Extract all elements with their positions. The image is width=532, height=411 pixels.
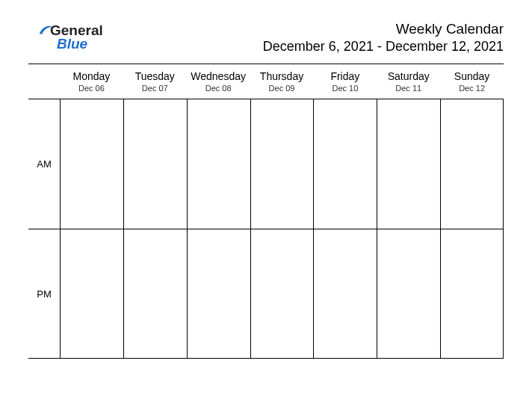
cells-col-wed (187, 99, 250, 359)
page-title: Weekly Calendar (263, 21, 504, 37)
cell-wed-pm (187, 229, 250, 359)
logo-text-blue: Blue (57, 36, 87, 52)
day-header-mon: Monday Dec 06 (60, 70, 123, 99)
cells-col-tue (123, 99, 187, 359)
day-date: Dec 08 (187, 84, 250, 93)
day-name: Sunday (440, 70, 504, 82)
day-header-fri: Friday Dec 10 (313, 70, 377, 99)
day-name: Friday (313, 70, 377, 82)
page-subtitle: December 6, 2021 - December 12, 2021 (263, 39, 504, 55)
day-headers: Monday Dec 06 Tuesday Dec 07 Wednesday D… (28, 70, 504, 99)
day-name: Monday (60, 70, 123, 82)
header: General Blue Weekly Calendar December 6,… (24, 21, 508, 55)
cell-sun-am (440, 99, 504, 229)
cells-col-sat (377, 99, 440, 359)
day-date: Dec 11 (377, 84, 440, 93)
day-date: Dec 10 (313, 84, 377, 93)
row-label-pm: PM (28, 229, 60, 359)
cell-thu-am (250, 99, 314, 229)
day-date: Dec 09 (250, 84, 314, 93)
cells-col-sun (440, 99, 504, 359)
row-label-spacer (28, 70, 60, 99)
cell-mon-am (60, 99, 123, 229)
cell-tue-pm (123, 229, 187, 359)
day-date: Dec 12 (440, 84, 504, 93)
cells-col-thu (250, 99, 314, 359)
cell-wed-am (187, 99, 250, 229)
cell-sun-pm (440, 229, 504, 359)
cells-col-mon (60, 99, 123, 359)
title-area: Weekly Calendar December 6, 2021 - Decem… (263, 21, 504, 55)
calendar: Monday Dec 06 Tuesday Dec 07 Wednesday D… (28, 70, 504, 359)
day-header-sat: Saturday Dec 11 (377, 70, 440, 99)
row-label-am: AM (28, 99, 60, 229)
day-header-sun: Sunday Dec 12 (440, 70, 504, 99)
cell-fri-pm (313, 229, 377, 359)
day-date: Dec 07 (123, 84, 187, 93)
cell-mon-pm (60, 229, 123, 359)
header-divider (28, 64, 504, 64)
day-date: Dec 06 (60, 84, 123, 93)
calendar-grid: AM PM (28, 99, 504, 359)
day-name: Thursday (250, 70, 314, 82)
day-header-thu: Thursday Dec 09 (250, 70, 314, 99)
cell-tue-am (123, 99, 187, 229)
day-name: Tuesday (123, 70, 187, 82)
day-header-wed: Wednesday Dec 08 (187, 70, 250, 99)
cell-sat-am (377, 99, 440, 229)
day-header-tue: Tuesday Dec 07 (123, 70, 187, 99)
day-name: Saturday (377, 70, 440, 82)
logo: General Blue (37, 22, 103, 52)
cell-fri-am (313, 99, 377, 229)
cell-sat-pm (377, 229, 440, 359)
cells-col-fri (313, 99, 377, 359)
row-labels: AM PM (28, 99, 60, 359)
cell-thu-pm (250, 229, 314, 359)
day-name: Wednesday (187, 70, 250, 82)
